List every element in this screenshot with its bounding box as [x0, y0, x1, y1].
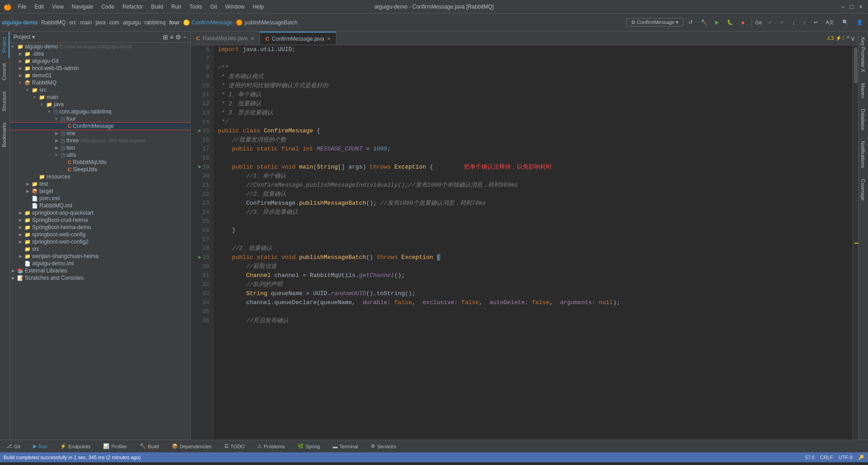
translate-btn[interactable]: A文 — [823, 18, 837, 27]
bottom-services[interactable]: ⚙ Services — [368, 442, 399, 450]
tree-item-atguigu-git[interactable]: ▶ 📁 atguigu-Git — [10, 57, 190, 65]
reload-btn[interactable]: ↺ — [685, 18, 696, 27]
menu-refactor[interactable]: Refactor — [119, 3, 146, 11]
tree-item-one[interactable]: ▶ ◳ one — [10, 130, 190, 137]
bottom-endpoints[interactable]: ⚡ Endpoints — [57, 442, 93, 450]
tree-item-springboot-web2[interactable]: ▶ 📁 springboot-web-config2 — [10, 238, 190, 245]
tab-rabbitmqutils-close[interactable]: × — [250, 35, 254, 42]
breadcrumb-confirm-msg[interactable]: 🟡 ConfirmMessage — [183, 19, 232, 26]
tree-item-utils[interactable]: ▾ ◳ utils — [10, 151, 190, 159]
tab-commit[interactable]: Commit — [0, 58, 9, 86]
tree-item-test[interactable]: ▶ 📁 test — [10, 180, 190, 188]
search-btn[interactable]: 🔍 — [839, 18, 852, 27]
menu-window[interactable]: Window — [222, 3, 248, 11]
code-content[interactable]: import java.util.UUID; /** * 发布确认模式 * 使用… — [213, 45, 858, 440]
debug-btn[interactable]: 🐛 — [724, 18, 736, 27]
tree-item-demo01[interactable]: ▶ 📁 demo01 — [10, 72, 190, 79]
sidebar-collapse[interactable]: ≡ — [170, 33, 174, 41]
tree-item-src2[interactable]: 📁 src — [10, 245, 190, 253]
tree-item-target[interactable]: ▶ 📦 target — [10, 188, 190, 195]
menu-navigate[interactable]: Navigate — [68, 3, 97, 11]
tree-item-rabbitmq-iml[interactable]: 📄 RabbitMQ.iml — [10, 202, 190, 209]
sidebar-settings[interactable]: ⚙ — [175, 33, 181, 41]
tree-item-springboot-aop[interactable]: ▶ 📁 springboot-aop-quickstart — [10, 209, 190, 216]
tree-item-springboot-web[interactable]: ▶ 📁 springboot-web-config — [10, 231, 190, 238]
tree-item-sleeputils[interactable]: C SleepUtils — [10, 166, 190, 173]
tree-item-java[interactable]: ▾ 📁 java — [10, 101, 190, 108]
tree-item-root[interactable]: ▾ 📁 atguigu-demo E:\idea-workspace\atgui… — [10, 43, 190, 50]
menu-view[interactable]: View — [48, 3, 67, 11]
tree-item-three[interactable]: ▶ ◳ three 33% classes, 30% lines covered — [10, 137, 190, 144]
tree-item-rabbitmqutils[interactable]: C RabbitMqUtils — [10, 159, 190, 166]
menu-edit[interactable]: Edit — [31, 3, 47, 11]
tree-item-four[interactable]: ▾ ◳ four — [10, 115, 190, 122]
breadcrumb-main[interactable]: main — [80, 19, 92, 26]
menu-code[interactable]: Code — [98, 3, 118, 11]
scrollbar-thumb[interactable] — [854, 47, 858, 84]
tab-key-promoter[interactable]: Key Promoter X — [859, 32, 868, 78]
menu-git[interactable]: Git — [207, 3, 221, 11]
bottom-build[interactable]: 🔨 Build — [137, 442, 161, 450]
tree-item-boot-web[interactable]: ▶ 📁 boot-web-05-admin — [10, 65, 190, 72]
breadcrumb-rabbitmq[interactable]: RabbitMQ — [41, 19, 66, 26]
breadcrumb-rabbitmq-pkg[interactable]: rabbitmq — [144, 19, 165, 26]
bottom-git[interactable]: ⎇ Git — [4, 442, 23, 450]
git-back[interactable]: ↩ — [811, 18, 821, 27]
stop-btn[interactable]: ■ — [738, 19, 748, 27]
tree-item-resources[interactable]: 📁 resources — [10, 173, 190, 180]
tab-confirmmessage[interactable]: C ConfirmMessage.java × — [260, 32, 336, 45]
bottom-profiler[interactable]: 📊 Profiler — [100, 442, 130, 450]
tree-item-springboot-crud[interactable]: ▶ 📁 SpringBoot-crud-heima — [10, 216, 190, 224]
bottom-todo[interactable]: ☰ TODO — [222, 442, 248, 450]
tab-notifications[interactable]: Notifications — [859, 136, 868, 174]
build-btn[interactable]: 🔨 — [698, 18, 710, 27]
tab-bookmarks[interactable]: Bookmarks — [0, 117, 9, 153]
tree-item-src[interactable]: ▾ 📁 src — [10, 86, 190, 94]
tree-item-atguigu-iml[interactable]: 📄 atguigu-demo.iml — [10, 260, 190, 267]
bottom-run[interactable]: ▶ Run — [30, 442, 50, 450]
sidebar-expand-all[interactable]: ⊞ — [163, 33, 168, 41]
git-arrow[interactable]: ↓ — [789, 19, 798, 27]
tab-coverage[interactable]: Coverage — [859, 174, 868, 206]
maximize-button[interactable]: □ — [848, 3, 855, 10]
run-btn[interactable]: ▶ — [712, 18, 722, 27]
breadcrumb-java[interactable]: java — [95, 19, 105, 26]
tree-item-wenjian[interactable]: ▶ 📁 wenjian-shangchuan-heima — [10, 253, 190, 260]
collapse-editor-btn[interactable]: v — [851, 35, 854, 42]
user-btn[interactable]: 👤 — [854, 18, 866, 27]
bottom-dependencies[interactable]: 📦 Dependencies — [169, 442, 214, 450]
git-check[interactable]: ✓ — [765, 18, 775, 27]
breadcrumb-src[interactable]: src — [69, 19, 76, 26]
tab-rabbitmqutils[interactable]: C RabbitMqUtils.java × — [191, 32, 260, 45]
bottom-terminal[interactable]: ▬ Terminal — [330, 443, 361, 450]
menu-build[interactable]: Build — [147, 3, 167, 11]
tree-item-pom[interactable]: 📄 pom.xml — [10, 195, 190, 202]
tree-item-two[interactable]: ▶ ◳ two — [10, 144, 190, 151]
bottom-problems[interactable]: ⚠ Problems — [255, 442, 287, 450]
breadcrumb-method[interactable]: 🟠 publishMessageBatch — [236, 19, 297, 26]
menu-tools[interactable]: Tools — [186, 3, 206, 11]
bottom-spring[interactable]: 🌿 Spring — [295, 442, 323, 450]
breadcrumb-com[interactable]: com — [109, 19, 119, 26]
tree-item-main[interactable]: ▾ 📁 main — [10, 94, 190, 101]
tab-structure[interactable]: Structure — [0, 86, 9, 117]
breadcrumb-four[interactable]: four — [169, 19, 179, 26]
minimize-button[interactable]: − — [839, 3, 846, 10]
breadcrumb-atguigu-demo[interactable]: atguigu-demo — [2, 19, 38, 26]
tab-project[interactable]: Project — [0, 32, 9, 58]
git-check2[interactable]: ✓ — [777, 18, 788, 27]
tree-item-com-atguigu[interactable]: ▾ ◳ com.atguigu.rabbitmq — [10, 108, 190, 115]
sidebar-hide[interactable]: − — [183, 33, 187, 41]
close-button[interactable]: × — [857, 3, 864, 10]
tab-maven[interactable]: Maven — [859, 78, 868, 103]
tree-item-confirm-message[interactable]: C ConfirmMessage — [10, 122, 190, 130]
git-push[interactable]: ↑ — [800, 19, 809, 27]
menu-help[interactable]: Help — [249, 3, 268, 11]
menu-file[interactable]: File — [14, 3, 30, 11]
tree-item-scratches[interactable]: ▶ 📝 Scratches and Consoles — [10, 274, 190, 282]
tab-confirmmessage-close[interactable]: × — [327, 35, 330, 42]
tree-item-external-libs[interactable]: ▶ 📚 External Libraries — [10, 267, 190, 274]
tree-item-springboot-heima[interactable]: ▶ 📁 SpringBoot-heima-demo — [10, 224, 190, 231]
breadcrumb-atguigu[interactable]: atguigu — [123, 19, 141, 26]
menu-run[interactable]: Run — [168, 3, 185, 11]
